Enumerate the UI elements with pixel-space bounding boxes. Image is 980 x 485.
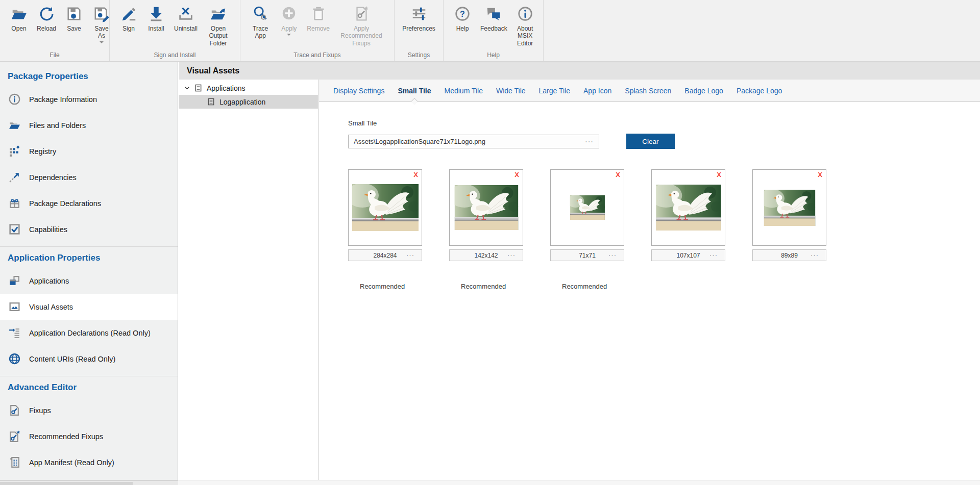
remove-asset-x-button[interactable]: X [616, 171, 620, 178]
ribbon-group-file: Open Reload Save [0, 0, 110, 61]
sidebar-item-application-declarations[interactable]: Application Declarations (Read Only) [0, 320, 178, 346]
tab-app-icon[interactable]: App Icon [583, 80, 611, 101]
tab-badge-logo[interactable]: Badge Logo [684, 80, 723, 101]
about-msix-editor-button[interactable]: About MSIX Editor [511, 3, 539, 48]
reload-button[interactable]: Reload [33, 3, 60, 33]
tile-size-label: 142x142 [474, 252, 498, 259]
dove-preview-image [656, 185, 721, 231]
clear-button[interactable]: Clear [626, 134, 675, 149]
sidebar-item-label: Application Declarations (Read Only) [29, 329, 151, 337]
tile-ellipsis-button[interactable]: ··· [507, 251, 516, 259]
sidebar-item-applications[interactable]: Applications [0, 268, 178, 294]
chevron-down-icon[interactable] [183, 85, 190, 92]
browse-ellipsis-button[interactable]: ··· [585, 139, 594, 144]
asset-path-input[interactable]: Assets\LogapplicationSquare71x71Logo.png… [348, 135, 599, 148]
sidebar-item-files-and-folders[interactable]: Files and Folders [0, 112, 178, 138]
scrollbar-thumb[interactable] [0, 482, 133, 485]
package-declarations-icon [8, 197, 21, 210]
tree-node-applications[interactable]: Applications [179, 81, 318, 95]
sidebar-item-fixups[interactable]: Fixups [0, 397, 178, 423]
svg-text:?: ? [460, 9, 465, 18]
sidebar-item-app-manifest[interactable]: App Manifest (Read Only) [0, 449, 178, 475]
remove-asset-x-button[interactable]: X [717, 171, 721, 178]
bottom-scrollbar-area [0, 480, 980, 485]
preferences-icon [409, 4, 429, 23]
tab-large-tile[interactable]: Large Tile [539, 80, 570, 101]
page-title: Visual Assets [187, 66, 239, 75]
remove-asset-x-button[interactable]: X [818, 171, 822, 178]
trace-app-button[interactable]: Trace App [246, 3, 275, 41]
fixups-icon [8, 404, 21, 417]
apply-dropdown-chevron-icon[interactable] [287, 34, 291, 36]
tab-package-logo[interactable]: Package Logo [737, 80, 782, 101]
reload-button-label: Reload [37, 25, 56, 32]
tab-small-tile[interactable]: Small Tile [398, 80, 431, 101]
tile-size-label: 71x71 [579, 252, 596, 259]
save-button[interactable]: Save [60, 3, 88, 33]
apply-button[interactable]: Apply [275, 3, 303, 37]
help-button[interactable]: ? Help [449, 3, 476, 33]
save-as-dropdown-chevron-icon[interactable] [100, 41, 104, 43]
open-output-folder-button-label: Open Output Folder [206, 25, 231, 47]
tile-ellipsis-button[interactable]: ··· [811, 251, 819, 259]
uninstall-button[interactable]: Uninstall [170, 3, 202, 33]
feedback-icon [484, 4, 503, 23]
ribbon-group-trace-fixups-label: Trace and Fixups [246, 50, 389, 60]
asset-tabs: Display Settings Small Tile Medium Tile … [319, 80, 980, 102]
feedback-button[interactable]: Feedback [476, 3, 511, 33]
tab-medium-tile[interactable]: Medium Tile [445, 80, 483, 101]
ribbon-group-help: ? Help Feedback About MSIX Editor [444, 0, 544, 61]
sidebar-item-package-declarations[interactable]: Package Declarations [0, 190, 178, 216]
sidebar-item-package-information[interactable]: Package Information [0, 86, 178, 112]
tile-size-box: 107x107 ··· [651, 249, 725, 261]
tab-display-settings[interactable]: Display Settings [333, 80, 384, 101]
remove-asset-x-button[interactable]: X [514, 171, 519, 178]
sidebar-item-registry[interactable]: Registry [0, 138, 178, 164]
dove-preview-image [570, 195, 605, 220]
sidebar-item-recommended-fixups[interactable]: Recommended Fixups [0, 423, 178, 449]
visual-assets-content: Display Settings Small Tile Medium Tile … [319, 80, 980, 485]
remove-button[interactable]: Remove [303, 3, 334, 33]
tile-ellipsis-button[interactable]: ··· [406, 251, 414, 259]
open-output-folder-button[interactable]: Open Output Folder [202, 3, 235, 48]
sign-pencil-icon [119, 4, 138, 23]
ribbon-group-help-label: Help [449, 50, 538, 60]
ribbon-group-settings: Preferences Settings [395, 0, 444, 61]
install-icon [146, 4, 166, 23]
remove-button-label: Remove [307, 25, 330, 32]
about-icon [516, 4, 535, 23]
sidebar-item-visual-assets[interactable]: Visual Assets [0, 294, 178, 320]
tile-image-card: X [550, 169, 624, 246]
applications-icon [8, 274, 21, 288]
ribbon-group-trace-fixups: Trace App Apply Remove [240, 0, 395, 61]
tree-node-logapplication[interactable]: Logapplication [179, 95, 318, 109]
open-button-label: Open [11, 25, 26, 32]
save-icon [64, 4, 84, 23]
tile-ellipsis-button[interactable]: ··· [608, 251, 617, 259]
registry-icon [8, 145, 21, 158]
open-button[interactable]: Open [5, 3, 33, 33]
sidebar-heading-package-properties: Package Properties [0, 66, 178, 86]
tab-splash-screen[interactable]: Splash Screen [625, 80, 671, 101]
remove-asset-x-button[interactable]: X [413, 171, 418, 178]
sidebar-item-dependencies[interactable]: Dependencies [0, 164, 178, 190]
visual-assets-icon [8, 300, 21, 314]
sidebar-item-capabilities[interactable]: Capabilities [0, 216, 178, 242]
apply-recommended-fixups-button[interactable]: Apply Recommended Fixups [334, 3, 389, 48]
sidebar-horizontal-scrollbar[interactable] [0, 480, 178, 485]
tile-71x71: X 71x71 ··· [550, 169, 624, 261]
recommended-labels: Recommended Recommended Recommended [348, 282, 980, 291]
preferences-button[interactable]: Preferences [398, 3, 439, 33]
about-msix-editor-button-label: About MSIX Editor [516, 25, 535, 47]
sidebar-separator [0, 376, 178, 376]
sidebar-item-label: Visual Assets [29, 303, 73, 311]
install-button[interactable]: Install [142, 3, 170, 33]
files-folders-icon [8, 119, 21, 132]
tile-ellipsis-button[interactable]: ··· [709, 251, 718, 259]
sidebar-item-label: Package Declarations [29, 199, 101, 208]
dove-preview-image [454, 185, 519, 230]
sidebar-item-label: Recommended Fixups [29, 432, 103, 441]
sidebar-item-content-uris[interactable]: Content URIs (Read Only) [0, 346, 178, 372]
sign-button[interactable]: Sign [115, 3, 142, 33]
tab-wide-tile[interactable]: Wide Tile [496, 80, 526, 101]
